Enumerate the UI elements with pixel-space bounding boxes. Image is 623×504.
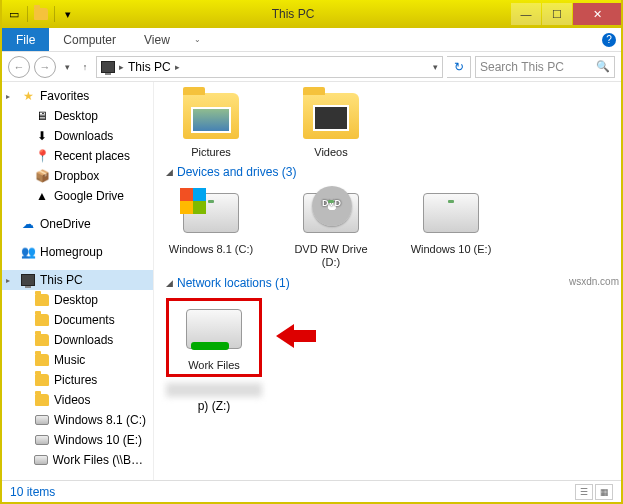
drive-icon (35, 415, 49, 425)
help-button[interactable]: ? (597, 28, 621, 51)
downloads-icon: ⬇ (34, 128, 50, 144)
content-pane: Pictures Videos ◢ Devices and drives (3)… (154, 82, 621, 480)
body: ▸ ★ Favorites ▸🖥Desktop ⬇Downloads 📍Rece… (2, 82, 621, 480)
ribbon-expand[interactable]: ⌄ (184, 28, 207, 51)
network-drive-icon (34, 455, 48, 465)
redacted-text (166, 383, 262, 397)
titlebar: ▭ ▾ This PC — ☐ ✕ (2, 0, 621, 28)
properties-icon[interactable]: ▭ (6, 6, 22, 22)
folder-icon (35, 354, 49, 366)
view-icons-button[interactable]: ▦ (595, 484, 613, 500)
window-title: This PC (76, 7, 510, 21)
folder-icon (303, 93, 359, 139)
up-button[interactable]: ↑ (78, 57, 92, 77)
sidebar-label: Favorites (40, 89, 89, 103)
back-button[interactable]: ← (8, 56, 30, 78)
network-drive-line2: p) (Z:) (166, 399, 262, 413)
new-folder-icon[interactable] (33, 6, 49, 22)
folder-pictures[interactable]: Pictures (166, 90, 256, 159)
sidebar-pc-documents[interactable]: Documents (2, 310, 153, 330)
folder-icon (35, 294, 49, 306)
star-icon: ★ (20, 88, 36, 104)
quick-access-toolbar: ▭ ▾ (6, 6, 76, 22)
drive-icon (423, 193, 479, 233)
sidebar-homegroup[interactable]: 👥 Homegroup (2, 242, 153, 262)
annotation-arrow-icon (276, 322, 316, 350)
chevron-right-icon[interactable]: ▸ (175, 62, 180, 72)
minimize-button[interactable]: — (511, 3, 541, 25)
folder-videos[interactable]: Videos (286, 90, 376, 159)
search-placeholder: Search This PC (480, 60, 592, 74)
qa-dropdown-icon[interactable]: ▾ (60, 6, 76, 22)
close-button[interactable]: ✕ (573, 3, 621, 25)
cloud-icon: ☁ (20, 216, 36, 232)
watermark: wsxdn.com (569, 276, 619, 287)
sidebar-thispc[interactable]: ▸ This PC (2, 270, 153, 290)
search-icon: 🔍 (596, 60, 610, 73)
sidebar-item-downloads[interactable]: ⬇Downloads (2, 126, 153, 146)
desktop-icon: 🖥 (34, 108, 50, 124)
tab-computer[interactable]: Computer (49, 28, 130, 51)
gdrive-icon: ▲ (34, 188, 50, 204)
recent-locations-button[interactable]: ▾ (60, 57, 74, 77)
view-details-button[interactable]: ☰ (575, 484, 593, 500)
network-drive-icon (186, 309, 242, 349)
collapse-icon: ◢ (166, 278, 173, 288)
homegroup-icon: 👥 (20, 244, 36, 260)
forward-button[interactable]: → (34, 56, 56, 78)
group-devices-drives[interactable]: ◢ Devices and drives (3) (166, 165, 609, 179)
sidebar-pc-music[interactable]: Music (2, 350, 153, 370)
help-icon: ? (602, 33, 616, 47)
navigation-pane: ▸ ★ Favorites ▸🖥Desktop ⬇Downloads 📍Rece… (2, 82, 154, 480)
dropbox-icon: 📦 (34, 168, 50, 184)
drive-e[interactable]: Windows 10 (E:) (406, 187, 496, 269)
folder-icon (35, 394, 49, 406)
sidebar-pc-downloads[interactable]: Downloads (2, 330, 153, 350)
network-drive-workfiles[interactable]: Work Files (166, 298, 262, 377)
pc-icon (20, 272, 36, 288)
status-bar: 10 items ☰ ▦ (2, 480, 621, 502)
ribbon-tabs: File Computer View ⌄ ? (2, 28, 621, 52)
sidebar-item-recent[interactable]: 📍Recent places (2, 146, 153, 166)
svg-marker-0 (276, 324, 316, 348)
recent-icon: 📍 (34, 148, 50, 164)
refresh-button[interactable]: ↻ (447, 56, 471, 78)
breadcrumb[interactable]: This PC (128, 60, 171, 74)
drive-icon (183, 193, 239, 233)
collapse-icon: ◢ (166, 167, 173, 177)
search-input[interactable]: Search This PC 🔍 (475, 56, 615, 78)
sidebar-pc-workfiles[interactable]: Work Files (\\BENZ (2, 450, 153, 470)
drive-c[interactable]: Windows 8.1 (C:) (166, 187, 256, 269)
item-count: 10 items (10, 485, 55, 499)
sidebar-pc-drive-e[interactable]: Windows 10 (E:) (2, 430, 153, 450)
address-dropdown-icon[interactable]: ▾ (433, 62, 438, 72)
sidebar-item-desktop[interactable]: ▸🖥Desktop (2, 106, 153, 126)
address-bar-row: ← → ▾ ↑ ▸ This PC ▸ ▾ ↻ Search This PC 🔍 (2, 52, 621, 82)
tab-file[interactable]: File (2, 28, 49, 51)
folder-icon (35, 314, 49, 326)
drive-icon (35, 435, 49, 445)
chevron-right-icon: ▸ (119, 62, 124, 72)
sidebar-pc-drive-c[interactable]: Windows 8.1 (C:) (2, 410, 153, 430)
folder-icon (35, 374, 49, 386)
dvd-drive-icon: DVD (303, 193, 359, 233)
folder-icon (35, 334, 49, 346)
address-bar[interactable]: ▸ This PC ▸ ▾ (96, 56, 443, 78)
maximize-button[interactable]: ☐ (542, 3, 572, 25)
tab-view[interactable]: View (130, 28, 184, 51)
group-network-locations[interactable]: ◢ Network locations (1) (166, 276, 609, 290)
sidebar-item-googledrive[interactable]: ▲Google Drive (2, 186, 153, 206)
pc-icon (101, 61, 115, 73)
sidebar-favorites[interactable]: ▸ ★ Favorites (2, 86, 153, 106)
sidebar-onedrive[interactable]: ☁ OneDrive (2, 214, 153, 234)
sidebar-pc-videos[interactable]: Videos (2, 390, 153, 410)
sidebar-pc-desktop[interactable]: Desktop (2, 290, 153, 310)
drive-d-dvd[interactable]: DVD DVD RW Drive (D:) (286, 187, 376, 269)
sidebar-item-dropbox[interactable]: 📦Dropbox (2, 166, 153, 186)
folder-icon (183, 93, 239, 139)
explorer-window: ▭ ▾ This PC — ☐ ✕ File Computer View ⌄ ?… (0, 0, 623, 504)
sidebar-pc-pictures[interactable]: Pictures (2, 370, 153, 390)
